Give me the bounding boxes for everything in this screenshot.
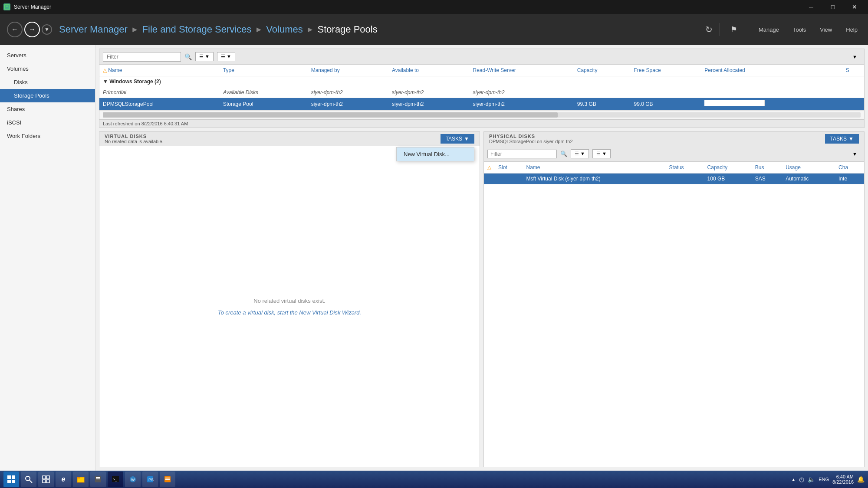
- col-rw-server[interactable]: Read-Write Server: [470, 65, 574, 76]
- phys-warn-cell: [484, 174, 495, 184]
- phys-disk-row[interactable]: Msft Virtual Disk (siyer-dpm-th2) 100 GB…: [484, 174, 864, 184]
- svg-rect-15: [96, 477, 100, 478]
- svg-rect-0: [5, 5, 9, 9]
- forward-button[interactable]: →: [24, 22, 40, 37]
- filter-input[interactable]: [103, 52, 181, 62]
- tools-button[interactable]: Tools: [789, 25, 809, 35]
- phys-col-slot[interactable]: Slot: [495, 162, 523, 174]
- svg-rect-25: [165, 479, 170, 480]
- phys-col-capacity[interactable]: Capacity: [704, 162, 752, 174]
- phys-cha: Inte: [835, 174, 864, 184]
- col-s[interactable]: S: [842, 65, 864, 76]
- taskbar-task-view[interactable]: [38, 472, 54, 487]
- phys-col-usage[interactable]: Usage: [782, 162, 835, 174]
- help-button[interactable]: Help: [842, 25, 861, 35]
- sort-btn[interactable]: ☰ ▼: [217, 52, 235, 61]
- view-button[interactable]: View: [816, 25, 835, 35]
- manage-button[interactable]: Manage: [755, 25, 783, 35]
- dpm-pool-row[interactable]: DPMSQLStoragePool Storage Pool siyer-dpm…: [99, 98, 864, 110]
- start-button[interactable]: [3, 472, 19, 487]
- phys-col-status[interactable]: Status: [666, 162, 704, 174]
- sidebar-item-storage-pools[interactable]: Storage Pools: [0, 89, 95, 102]
- sidebar-item-shares[interactable]: Shares: [0, 102, 95, 116]
- maximize-button[interactable]: □: [823, 0, 843, 14]
- col-free-space[interactable]: Free Space: [631, 65, 701, 76]
- sidebar-label-work-folders: Work Folders: [7, 133, 40, 139]
- col-managed-by[interactable]: Managed by: [308, 65, 388, 76]
- phys-col-cha[interactable]: Cha: [835, 162, 864, 174]
- svg-rect-11: [46, 480, 49, 483]
- new-virtual-disk-item[interactable]: New Virtual Disk...: [397, 147, 474, 161]
- virtual-disks-content: No related virtual disks exist. To creat…: [99, 146, 480, 467]
- breadcrumb-server-manager[interactable]: Server Manager: [59, 24, 128, 35]
- sidebar-label-storage-pools: Storage Pools: [14, 92, 49, 99]
- create-virtual-disk-link[interactable]: To create a virtual disk, start the New …: [218, 309, 361, 316]
- sidebar-item-servers[interactable]: Servers: [0, 49, 95, 62]
- phys-filter-icon[interactable]: 🔍: [560, 151, 567, 157]
- progress-bar-wrap: [704, 100, 765, 106]
- phys-sort-btn[interactable]: ☰ ▼: [592, 149, 611, 158]
- sidebar-label-disks: Disks: [14, 79, 28, 85]
- phys-capacity: 100 GB: [704, 174, 752, 184]
- tray-expand-icon[interactable]: ▲: [791, 477, 796, 482]
- svg-rect-13: [77, 477, 80, 478]
- taskbar-search[interactable]: [21, 472, 36, 487]
- col-type[interactable]: Type: [220, 65, 308, 76]
- filter-search-icon[interactable]: 🔍: [184, 53, 192, 60]
- taskbar-cmd[interactable]: >_: [108, 472, 123, 487]
- phys-col-name[interactable]: Name: [523, 162, 666, 174]
- svg-rect-1: [6, 6, 8, 7]
- nav-actions: ↻ ⚑ Manage Tools View Help: [705, 23, 861, 36]
- minimize-button[interactable]: ─: [801, 0, 821, 14]
- sidebar-item-iscsi[interactable]: iSCSI: [0, 116, 95, 129]
- sidebar-item-disks[interactable]: Disks: [0, 75, 95, 89]
- phys-slot: [495, 174, 523, 184]
- primordial-s: [842, 87, 864, 98]
- close-button[interactable]: ✕: [845, 0, 865, 14]
- col-available-to[interactable]: Available to: [388, 65, 469, 76]
- titlebar: Server Manager ─ □ ✕: [0, 0, 868, 14]
- view-btn[interactable]: ☰ ▼: [195, 52, 214, 61]
- virtual-disks-panel: VIRTUAL DISKS No related data is availab…: [99, 131, 480, 467]
- taskbar: e >_ W PS ▲ ◴ 🔈 ENG 6:40 AM 8/22/2016 🔔: [0, 471, 868, 488]
- main-layout: Servers Volumes Disks Storage Pools Shar…: [0, 45, 868, 471]
- primordial-percent: [701, 87, 842, 98]
- phys-view-btn[interactable]: ☰ ▼: [571, 149, 589, 158]
- phys-col-bus[interactable]: Bus: [752, 162, 782, 174]
- col-capacity[interactable]: Capacity: [574, 65, 631, 76]
- primordial-rw-server: siyer-dpm-th2: [470, 87, 574, 98]
- taskbar-ie[interactable]: e: [56, 472, 71, 487]
- nav-dropdown-button[interactable]: ▼: [42, 24, 52, 35]
- phys-filter-input[interactable]: [487, 150, 557, 158]
- col-percent-allocated[interactable]: Percent Allocated: [701, 65, 842, 76]
- sidebar-item-volumes[interactable]: Volumes: [0, 62, 95, 75]
- tray-notify-icon[interactable]: 🔔: [857, 476, 865, 483]
- primordial-row[interactable]: Primordial Available Disks siyer-dpm-th2…: [99, 87, 864, 98]
- refresh-button[interactable]: ↻: [705, 24, 713, 35]
- tray-volume-icon: 🔈: [808, 476, 815, 483]
- expand-btn[interactable]: ▼: [849, 53, 861, 61]
- taskbar-app5[interactable]: [90, 472, 106, 487]
- tasks-button-virtual[interactable]: TASKS ▼: [441, 134, 474, 144]
- breadcrumb-file-storage[interactable]: File and Storage Services: [142, 24, 252, 35]
- taskbar-app7[interactable]: W: [125, 472, 141, 487]
- app-icon: [3, 3, 10, 10]
- storage-pools-table-container: △ Name Type Managed by Available to Read…: [99, 65, 864, 110]
- primordial-free-space: [631, 87, 701, 98]
- svg-point-6: [26, 476, 30, 481]
- col-name[interactable]: △ Name: [99, 65, 220, 76]
- taskbar-tray: ▲ ◴ 🔈 ENG 6:40 AM 8/22/2016 🔔: [791, 474, 865, 485]
- group-expander-icon[interactable]: ▼: [103, 79, 108, 85]
- taskbar-explorer[interactable]: [73, 472, 89, 487]
- taskbar-server-manager[interactable]: [160, 472, 175, 487]
- back-button[interactable]: ←: [7, 22, 23, 37]
- breadcrumb-storage-pools: Storage Pools: [318, 24, 378, 35]
- phys-expand-btn[interactable]: ▼: [849, 150, 861, 158]
- tasks-button-physical[interactable]: TASKS ▼: [825, 134, 859, 144]
- sidebar-item-work-folders[interactable]: Work Folders: [0, 129, 95, 143]
- pool-capacity: 99.3 GB: [574, 98, 631, 110]
- pool-s: [842, 98, 864, 110]
- storage-pools-toolbar: 🔍 ☰ ▼ ☰ ▼ ▼: [99, 49, 864, 65]
- taskbar-app8[interactable]: PS: [142, 472, 158, 487]
- breadcrumb-volumes[interactable]: Volumes: [266, 24, 302, 35]
